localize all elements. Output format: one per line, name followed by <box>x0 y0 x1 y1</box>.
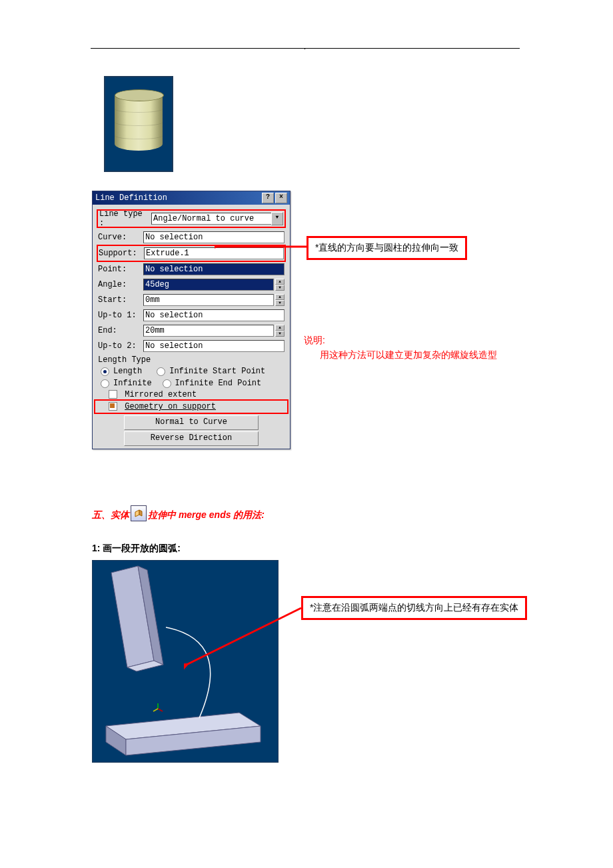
geometry-label: Geometry on support <box>125 402 216 411</box>
support-label: Support: <box>99 249 144 258</box>
end-label: End: <box>98 326 143 335</box>
svg-line-10 <box>153 709 158 711</box>
upto1-row: Up-to 1: No selection <box>98 309 285 322</box>
angle-row: Angle: 45deg ▲▼ <box>98 278 285 291</box>
dropdown-arrow-icon[interactable]: ▼ <box>271 212 283 225</box>
angle-field[interactable]: 45deg <box>143 279 274 291</box>
step-1-label: 1: 画一段开放的圆弧: <box>92 543 181 555</box>
radio-infinite-end-label: Infinite End Point <box>175 379 262 388</box>
header-dot: . <box>304 43 306 51</box>
cylinder-preview <box>104 76 173 172</box>
upto2-field[interactable]: No selection <box>143 340 285 352</box>
dialog-titlebar[interactable]: Line Definition ? × <box>93 191 290 205</box>
arc-illustration <box>92 560 279 763</box>
radio-infinite[interactable] <box>101 379 109 388</box>
mirrored-row: Mirrored extent <box>109 390 285 399</box>
radio-infinite-start-label: Infinite Start Point <box>169 367 265 376</box>
annotation-tangent: *注意在沿圆弧两端点的切线方向上已经有存在实体 <box>301 596 527 620</box>
geometry-row: Geometry on support <box>95 401 287 413</box>
line-type-row: Line type : Angle/Normal to curve ▼ <box>98 211 285 227</box>
annotation-direction: *直线的方向要与圆柱的拉伸向一致 <box>306 236 467 260</box>
start-label: Start: <box>98 295 143 305</box>
mirrored-label: Mirrored extent <box>125 390 197 399</box>
angle-spinner[interactable]: ▲▼ <box>275 279 285 291</box>
upto1-field[interactable]: No selection <box>143 309 285 321</box>
explain-title: 说明: <box>304 335 325 347</box>
point-field[interactable]: No selection <box>143 263 285 275</box>
point-row: Point: No selection <box>98 263 285 276</box>
radio-infinite-end[interactable] <box>163 379 171 388</box>
upto2-label: Up-to 2: <box>98 341 143 351</box>
start-field[interactable]: 0mm <box>143 294 274 306</box>
length-type-label: Length Type <box>98 355 285 365</box>
reverse-direction-button[interactable]: Reverse Direction <box>124 431 259 446</box>
radio-length[interactable] <box>101 367 109 376</box>
end-spinner[interactable]: ▲▼ <box>275 325 285 337</box>
mirrored-checkbox[interactable] <box>109 390 117 399</box>
start-spinner[interactable]: ▲▼ <box>275 294 285 306</box>
geometry-checkbox[interactable] <box>109 402 117 411</box>
curve-row: Curve: No selection <box>98 231 285 244</box>
section-5-suffix: 拉伸中 merge ends 的用法: <box>148 509 265 521</box>
radio-infinite-start[interactable] <box>157 367 165 376</box>
line-type-dropdown[interactable]: Angle/Normal to curve <box>151 213 272 225</box>
start-row: Start: 0mm ▲▼ <box>98 293 285 307</box>
end-row: End: 20mm ▲▼ <box>98 324 285 337</box>
document-page: . Line Definition ? × Line type : Angle/… <box>0 0 613 868</box>
point-label: Point: <box>98 265 143 274</box>
end-field[interactable]: 20mm <box>143 325 274 337</box>
line-definition-dialog: Line Definition ? × Line type : Angle/No… <box>92 191 291 449</box>
radio-infinite-label: Infinite <box>113 379 152 388</box>
section-5-heading: 五、实体 拉伸中 merge ends 的用法: <box>92 505 265 521</box>
svg-line-9 <box>158 709 163 711</box>
close-button[interactable]: × <box>275 193 287 203</box>
line-type-label: Line type : <box>99 209 151 228</box>
explain-body: 用这种方法可以建立更加复杂的螺旋线造型 <box>320 349 497 361</box>
upto1-label: Up-to 1: <box>98 311 143 320</box>
support-row: Support: Extrude.1 <box>98 246 285 261</box>
pad-icon <box>131 505 147 521</box>
header-rule <box>91 48 520 49</box>
help-button[interactable]: ? <box>262 193 274 203</box>
curve-label: Curve: <box>98 233 143 242</box>
section-5-prefix: 五、实体 <box>92 509 129 521</box>
upto2-row: Up-to 2: No selection <box>98 339 285 353</box>
curve-field[interactable]: No selection <box>143 231 285 243</box>
support-field[interactable]: Extrude.1 <box>144 247 284 259</box>
dialog-title: Line Definition <box>95 191 167 205</box>
normal-to-curve-button[interactable]: Normal to Curve <box>124 415 259 430</box>
angle-label: Angle: <box>98 280 143 289</box>
radio-length-label: Length <box>113 367 142 376</box>
